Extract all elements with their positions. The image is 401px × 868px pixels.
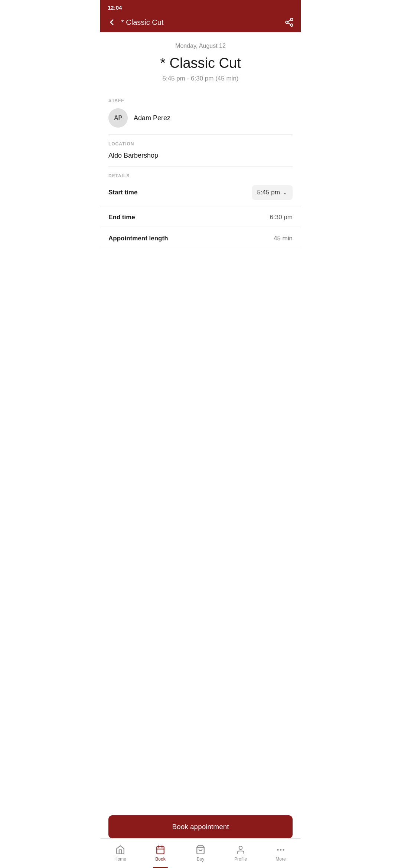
book-appointment-button[interactable]: Book appointment <box>108 815 293 838</box>
nav-book[interactable]: Book <box>140 839 180 868</box>
share-button[interactable] <box>284 17 294 27</box>
chevron-down-icon: ⌄ <box>283 190 287 195</box>
location-section: LOCATION Aldo Barbershop <box>100 135 301 166</box>
nav-profile-label: Profile <box>234 857 247 862</box>
nav-buy-label: Buy <box>197 857 205 862</box>
staff-name: Adam Perez <box>134 114 170 122</box>
buy-icon <box>196 845 205 855</box>
profile-icon <box>236 845 245 855</box>
details-section-label: DETAILS <box>100 167 301 178</box>
svg-line-4 <box>288 20 290 22</box>
svg-rect-5 <box>157 846 164 854</box>
nav-home[interactable]: Home <box>100 839 140 868</box>
nav-home-label: Home <box>114 857 126 862</box>
nav-profile[interactable]: Profile <box>221 839 261 868</box>
more-icon <box>276 845 286 855</box>
status-bar: 12:04 <box>100 0 301 14</box>
nav-book-label: Book <box>155 857 165 862</box>
staff-avatar: AP <box>108 108 128 128</box>
book-button-container: Book appointment <box>108 815 293 838</box>
location-name: Aldo Barbershop <box>108 152 293 166</box>
appointment-length-row: Appointment length 45 min <box>100 228 301 249</box>
svg-point-11 <box>277 849 278 851</box>
start-time-dropdown[interactable]: 5:45 pm ⌄ <box>252 185 293 200</box>
appointment-time: 5:45 pm - 6:30 pm (45 min) <box>100 75 301 91</box>
toolbar-left: * Classic Cut <box>107 17 163 27</box>
end-time-row: End time 6:30 pm <box>100 207 301 228</box>
svg-point-12 <box>280 849 281 851</box>
appointment-date: Monday, August 12 <box>100 32 301 52</box>
start-time-label: Start time <box>108 189 137 196</box>
status-time: 12:04 <box>108 4 122 11</box>
nav-more-label: More <box>276 857 286 862</box>
main-content: Monday, August 12 * Classic Cut 5:45 pm … <box>100 32 301 868</box>
nav-more[interactable]: More <box>261 839 301 868</box>
staff-section-label: STAFF <box>108 98 293 103</box>
end-time-value: 6:30 pm <box>270 214 293 221</box>
staff-section: STAFF AP Adam Perez <box>100 91 301 134</box>
svg-point-13 <box>283 849 284 851</box>
start-time-row: Start time 5:45 pm ⌄ <box>100 178 301 207</box>
location-section-label: LOCATION <box>108 141 293 147</box>
book-icon <box>156 845 165 855</box>
appointment-title: * Classic Cut <box>100 52 301 75</box>
toolbar-title: * Classic Cut <box>121 18 163 27</box>
nav-buy[interactable]: Buy <box>180 839 221 868</box>
staff-row: AP Adam Perez <box>108 108 293 134</box>
home-icon <box>115 845 125 855</box>
svg-line-3 <box>288 23 290 24</box>
appointment-length-value: 45 min <box>274 235 293 242</box>
svg-point-10 <box>239 846 242 849</box>
bottom-nav: Home Book Buy Profile More <box>100 838 301 868</box>
start-time-value: 5:45 pm <box>257 189 280 196</box>
end-time-label: End time <box>108 214 135 221</box>
back-button[interactable] <box>107 17 117 27</box>
toolbar: * Classic Cut <box>100 14 301 32</box>
appointment-length-label: Appointment length <box>108 235 168 242</box>
